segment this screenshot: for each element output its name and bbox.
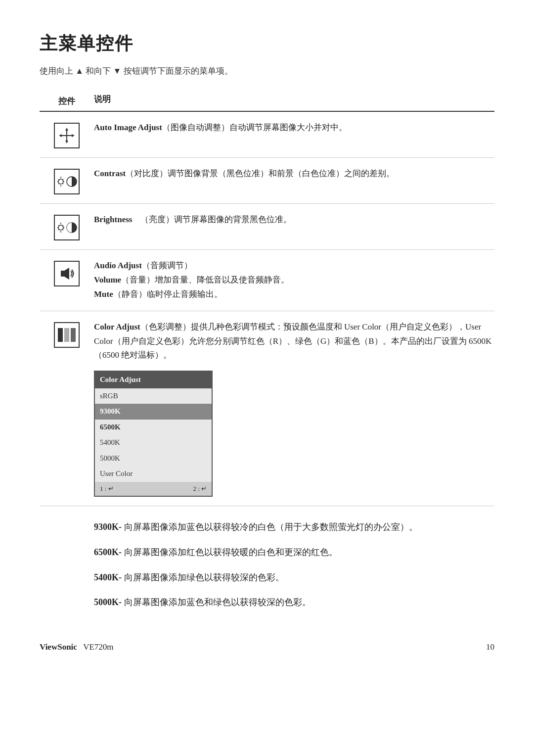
auto-image-adjust-icon-cell: [40, 121, 94, 148]
brightness-icon-cell: [40, 213, 94, 240]
color-adjust-icon: [54, 322, 80, 348]
description-6500k: 6500K- 向屏幕图像添加红色以获得较暖的白色和更深的红色。: [94, 545, 494, 560]
svg-rect-28: [58, 328, 63, 342]
page-title: 主菜单控件: [40, 30, 494, 58]
table-row: Brightness （亮度）调节屏幕图像的背景黑色位准。: [40, 204, 494, 250]
color-adjust-menu-footer: 1 : ↵ 2 : ↵: [95, 482, 212, 496]
audio-icon: [54, 261, 80, 286]
description-5400k: 5400K- 向屏幕图像添加绿色以获得较深的色彩。: [94, 570, 494, 585]
contrast-icon-cell: [40, 167, 94, 194]
color-adjust-item-9300k[interactable]: 9300K: [95, 404, 212, 420]
page-number: 10: [486, 640, 494, 654]
svg-marker-4: [59, 134, 62, 137]
brightness-desc: Brightness （亮度）调节屏幕图像的背景黑色位准。: [94, 213, 494, 227]
brand-name: ViewSonic: [40, 642, 77, 652]
brightness-icon: [54, 215, 80, 240]
color-adjust-item-5000k[interactable]: 5000K: [95, 451, 212, 467]
table-header: 控件 说明: [40, 93, 494, 112]
table-row: Audio Adjust（音频调节） Volume（音量）增加音量、降低音以及使…: [40, 250, 494, 311]
auto-image-adjust-icon: [54, 123, 80, 148]
color-adjust-item-srgb[interactable]: sRGB: [95, 388, 212, 404]
svg-marker-3: [65, 141, 68, 143]
auto-image-adjust-desc: Auto Image Adjust（图像自动调整）自动调节屏幕图像大小并对中。: [94, 121, 494, 135]
color-adjust-desc: Color Adjust（色彩调整）提供几种色彩调节模式：预设颜色温度和 Use…: [94, 320, 494, 497]
audio-icon-cell: [40, 259, 94, 286]
color-adjust-menu-header: Color Adjust: [95, 372, 212, 388]
table-row: Auto Image Adjust（图像自动调整）自动调节屏幕图像大小并对中。: [40, 112, 494, 158]
descriptions-section: 9300K- 向屏幕图像添加蓝色以获得较冷的白色（用于大多数照萤光灯的办公室）。…: [40, 506, 494, 610]
footer-left: 1 : ↵: [100, 483, 114, 494]
color-adjust-item-user-color[interactable]: User Color: [95, 466, 212, 482]
page-subtitle: 使用向上 ▲ 和向下 ▼ 按钮调节下面显示的菜单项。: [40, 64, 494, 78]
color-adjust-item-5400k[interactable]: 5400K: [95, 435, 212, 451]
svg-marker-27: [64, 268, 69, 280]
description-9300k: 9300K- 向屏幕图像添加蓝色以获得较冷的白色（用于大多数照萤光灯的办公室）。: [94, 520, 494, 534]
col1-header: 控件: [40, 93, 94, 108]
contrast-desc: Contrast（对比度）调节图像背景（黑色位准）和前景（白色位准）之间的差别。: [94, 167, 494, 181]
brand-model: ViewSonic VE720m: [40, 640, 114, 654]
svg-rect-30: [71, 328, 76, 342]
col2-header: 说明: [94, 93, 494, 108]
color-adjust-menu: Color Adjust sRGB 9300K 6500K 5400K 5000…: [94, 371, 213, 497]
color-adjust-icon-cell: [40, 320, 94, 348]
model-name: VE720m: [83, 642, 113, 652]
svg-marker-5: [72, 134, 75, 137]
color-adjust-item-6500k[interactable]: 6500K: [95, 420, 212, 435]
footer-right: 2 : ↵: [193, 483, 207, 494]
svg-marker-2: [65, 128, 68, 131]
table-row: Color Adjust（色彩调整）提供几种色彩调节模式：预设颜色温度和 Use…: [40, 311, 494, 506]
description-5000k: 5000K- 向屏幕图像添加蓝色和绿色以获得较深的色彩。: [94, 595, 494, 610]
svg-rect-29: [64, 328, 69, 342]
audio-desc: Audio Adjust（音频调节） Volume（音量）增加音量、降低音以及使…: [94, 259, 494, 302]
svg-rect-26: [61, 271, 64, 277]
table-row: Contrast（对比度）调节图像背景（黑色位准）和前景（白色位准）之间的差别。: [40, 158, 494, 204]
page-footer: ViewSonic VE720m 10: [40, 620, 494, 654]
contrast-icon: [54, 169, 80, 194]
